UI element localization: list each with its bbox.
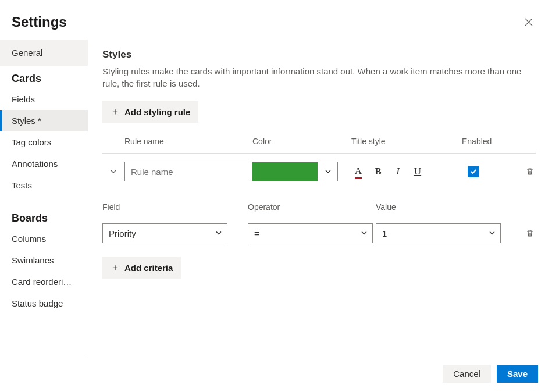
bold-button[interactable]: B	[371, 165, 385, 179]
criteria-field-value: Priority	[109, 229, 136, 238]
sidebar-item-label: Fields	[12, 94, 35, 104]
plus-icon: ＋	[111, 106, 120, 118]
sidebar-item-label: General	[12, 48, 42, 58]
col-operator: Operator	[248, 202, 376, 212]
criteria-operator-select[interactable]: =	[248, 223, 373, 243]
main-content: Styles Styling rules make the cards with…	[88, 37, 552, 358]
criteria-value-select[interactable]: 1	[376, 223, 501, 243]
sidebar-item-annotations[interactable]: Annotations	[0, 153, 88, 174]
sidebar-item-label: Tests	[12, 180, 32, 190]
sidebar-item-columns[interactable]: Columns	[0, 228, 88, 250]
section-description: Styling rules make the cards with import…	[102, 65, 536, 90]
color-picker[interactable]	[252, 162, 338, 181]
sidebar-group-boards: Boards	[0, 205, 88, 228]
criteria-value-value: 1	[382, 229, 387, 238]
font-color-letter: A	[355, 165, 362, 179]
sidebar-item-label: Swimlanes	[12, 255, 54, 265]
dialog-title: Settings	[12, 14, 67, 30]
add-styling-rule-button[interactable]: ＋ Add styling rule	[102, 101, 198, 123]
add-criteria-label: Add criteria	[124, 263, 173, 273]
save-button[interactable]: Save	[497, 365, 538, 383]
sidebar-item-label: Card reorderi…	[12, 277, 72, 287]
color-swatch	[252, 162, 318, 181]
sidebar-item-label: Status badge	[12, 298, 63, 308]
cancel-button[interactable]: Cancel	[443, 365, 491, 383]
sidebar-item-general[interactable]: General	[0, 40, 88, 66]
sidebar: General Cards Fields Styles * Tag colors…	[0, 37, 88, 358]
sidebar-item-tag-colors[interactable]: Tag colors	[0, 131, 88, 153]
delete-criteria-button[interactable]	[524, 227, 536, 239]
sidebar-group-cards: Cards	[0, 66, 88, 88]
col-field: Field	[102, 202, 248, 212]
sidebar-item-label: Styles *	[12, 116, 41, 126]
rule-columns-header: Rule name Color Title style Enabled	[102, 137, 536, 153]
chevron-down-icon	[489, 230, 496, 237]
section-title: Styles	[102, 49, 536, 60]
italic-button[interactable]: I	[391, 165, 405, 179]
close-button[interactable]	[522, 15, 536, 29]
rule-expander[interactable]	[102, 168, 124, 175]
chevron-down-icon	[110, 168, 117, 175]
chevron-down-icon	[361, 230, 368, 237]
sidebar-item-label: Tag colors	[12, 137, 51, 147]
chevron-down-icon	[325, 168, 332, 175]
dialog-header: Settings	[0, 0, 552, 37]
check-icon	[470, 168, 477, 175]
enabled-checkbox[interactable]	[468, 166, 479, 177]
col-value: Value	[376, 202, 504, 212]
rule-name-input[interactable]	[124, 162, 251, 181]
title-style-group: A B I U	[351, 165, 462, 179]
plus-icon: ＋	[111, 262, 120, 274]
sidebar-item-styles[interactable]: Styles *	[0, 110, 88, 131]
trash-icon	[525, 167, 535, 176]
criteria-operator-value: =	[254, 229, 259, 238]
rule-row: A B I U	[102, 153, 536, 190]
col-rulename: Rule name	[124, 137, 252, 146]
sidebar-item-tests[interactable]: Tests	[0, 174, 88, 196]
sidebar-item-card-reordering[interactable]: Card reorderi…	[0, 271, 88, 293]
sidebar-item-label: Columns	[12, 234, 46, 244]
criteria-columns-header: Field Operator Value	[102, 197, 536, 218]
sidebar-item-fields[interactable]: Fields	[0, 88, 88, 110]
underline-button[interactable]: U	[411, 165, 425, 179]
color-chevron	[318, 162, 337, 181]
col-titlestyle: Title style	[351, 137, 462, 146]
col-color: Color	[252, 137, 351, 146]
sidebar-item-label: Annotations	[12, 159, 58, 169]
add-styling-rule-label: Add styling rule	[124, 107, 190, 117]
sidebar-item-status-badge[interactable]: Status badge	[0, 293, 88, 314]
criteria-row: Priority = 1	[102, 218, 536, 249]
font-color-button[interactable]: A	[351, 165, 365, 179]
criteria-field-select[interactable]: Priority	[102, 223, 227, 243]
col-enabled: Enabled	[462, 137, 520, 146]
dialog-footer: Cancel Save	[0, 358, 552, 392]
delete-rule-button[interactable]	[524, 166, 536, 177]
sidebar-item-swimlanes[interactable]: Swimlanes	[0, 250, 88, 271]
add-criteria-button[interactable]: ＋ Add criteria	[102, 257, 181, 279]
chevron-down-icon	[215, 230, 222, 237]
close-icon	[525, 18, 533, 26]
trash-icon	[525, 229, 535, 238]
